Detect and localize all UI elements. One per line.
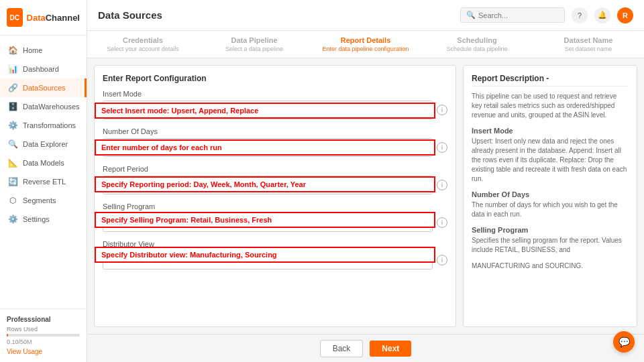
report-period-info-icon[interactable]: i: [437, 180, 447, 190]
top-bar-right: 🔍 ? 🔔 R: [460, 7, 633, 23]
right-panel: Report Description - This pipeline can b…: [463, 65, 637, 327]
settings-icon: ⚙️: [8, 215, 17, 224]
distributor-view-desc-text: MANUFACTURING and SOURCING.: [472, 261, 629, 271]
plan-label: Professsional: [7, 316, 80, 323]
selling-program-label: Selling Program: [103, 202, 447, 210]
sidebar-item-datawarehouses[interactable]: 🗄️ DataWarehouses: [0, 97, 87, 116]
back-button[interactable]: Back: [320, 340, 364, 357]
step-pipeline-name: Data Pipeline: [231, 36, 277, 44]
view-usage-link[interactable]: View Usage: [7, 348, 80, 355]
sidebar: DC DataChannel 🏠 Home 📊 Dashboard 🔗 Data…: [0, 0, 87, 362]
dashboard-icon: 📊: [8, 64, 17, 74]
insert-mode-label: Insert Mode: [103, 90, 447, 98]
data-explorer-icon: 🔍: [8, 139, 17, 149]
avatar[interactable]: R: [617, 7, 633, 23]
step-report-details: Report Details Enter data pipeline confi…: [310, 36, 421, 52]
sidebar-item-label: Settings: [23, 215, 50, 223]
help-icon: ?: [578, 11, 582, 19]
sidebar-item-label: Transformations: [23, 121, 76, 129]
annotation-insert-mode: Select Insert mode: Upsert, Append, Repl…: [95, 103, 435, 119]
chat-bubble[interactable]: 💬: [613, 331, 635, 353]
insert-mode-info-icon[interactable]: i: [437, 105, 447, 115]
sidebar-item-data-models[interactable]: 📐 Data Models: [0, 154, 87, 172]
body-area: Enter Report Configuration Insert Mode U…: [87, 58, 644, 334]
help-button[interactable]: ?: [572, 7, 588, 23]
sidebar-item-dashboard[interactable]: 📊 Dashboard: [0, 60, 87, 78]
sidebar-item-label: Home: [23, 46, 42, 54]
sidebar-item-home[interactable]: 🏠 Home: [0, 41, 87, 60]
insert-mode-desc: Insert Mode Upsert: Insert only new data…: [472, 127, 629, 184]
annotation-report-period: Specify Reporting period: Day, Week, Mon…: [95, 176, 435, 192]
report-description-text: This pipeline can be used to request and…: [472, 92, 629, 120]
step-scheduling: Scheduling Schedule data pipeline: [421, 36, 533, 52]
number-days-desc-label: Number Of Days: [472, 190, 629, 198]
left-panel: Enter Report Configuration Insert Mode U…: [94, 65, 456, 327]
annotation-distributor-view: Specify Distributor view: Manufacturing,…: [95, 247, 435, 263]
distributor-view-info-icon[interactable]: i: [437, 255, 447, 265]
sidebar-item-settings[interactable]: ⚙️ Settings: [0, 210, 87, 229]
annotation-selling-program: Specify Selling Program: Retail, Busines…: [95, 212, 435, 228]
sidebar-footer: Professsional Rows Used 0.10/50M View Us…: [0, 308, 87, 362]
sidebar-item-reverse-etl[interactable]: 🔄 Reverse ETL: [0, 172, 87, 191]
search-box: 🔍: [460, 7, 565, 23]
step-dataset-desc: Set dataset name: [565, 46, 612, 52]
sidebar-item-label: DataSources: [23, 84, 66, 92]
step-scheduling-name: Scheduling: [457, 36, 496, 44]
annotation-number-days: Enter number of days for each run: [95, 139, 435, 156]
insert-mode-desc-text: Upsert: Insert only new data and reject …: [472, 137, 629, 184]
logo: DC DataChannel: [0, 0, 87, 36]
datawarehouses-icon: 🗄️: [8, 102, 17, 111]
page-title: Data Sources: [98, 9, 162, 21]
sidebar-item-label: DataWarehouses: [23, 103, 80, 111]
step-report-desc: Enter data pipeline configuration: [322, 46, 409, 52]
step-dataset-name: Dataset Name Set dataset name: [533, 36, 644, 52]
step-scheduling-desc: Schedule data pipeline: [446, 46, 507, 52]
main-content: Data Sources 🔍 ? 🔔 R Credentials Select …: [87, 0, 644, 362]
progress-bar-fill: [7, 334, 8, 337]
sidebar-item-transformations[interactable]: ⚙️ Transformations: [0, 116, 87, 135]
selling-program-info-icon[interactable]: i: [437, 217, 447, 228]
right-panel-title: Report Description -: [472, 74, 629, 86]
step-credentials-name: Credentials: [123, 36, 163, 44]
data-models-icon: 📐: [8, 158, 17, 168]
report-period-label: Report Period: [103, 165, 447, 173]
step-credentials-desc: Select your account details: [107, 46, 179, 52]
form-section-title: Enter Report Configuration: [103, 74, 447, 83]
step-pipeline-desc: Select a data pipeline: [225, 46, 283, 52]
datasources-icon: 🔗: [8, 83, 17, 93]
selling-program-desc: Selling Program Specifies the selling pr…: [472, 226, 629, 255]
rows-count: 0.10/50M: [7, 339, 80, 345]
selling-program-desc-label: Selling Program: [472, 226, 629, 234]
logo-icon: DC: [7, 8, 23, 27]
sidebar-nav: 🏠 Home 📊 Dashboard 🔗 DataSources 🗄️ Data…: [0, 36, 87, 308]
bottom-bar: Back Next: [87, 334, 644, 362]
progress-bar-bg: [7, 334, 80, 337]
home-icon: 🏠: [8, 46, 17, 55]
step-data-pipeline: Data Pipeline Select a data pipeline: [199, 36, 310, 52]
step-dataset-name: Dataset Name: [564, 36, 613, 44]
sidebar-item-label: Reverse ETL: [23, 178, 66, 186]
sidebar-item-label: Data Models: [23, 159, 64, 167]
sidebar-item-segments[interactable]: ⬡ Segments: [0, 191, 87, 210]
report-description: This pipeline can be used to request and…: [472, 92, 629, 120]
bell-icon: 🔔: [598, 11, 607, 19]
step-report-name: Report Details: [341, 36, 391, 44]
next-button[interactable]: Next: [370, 341, 411, 357]
segments-icon: ⬡: [8, 196, 17, 205]
transformations-icon: ⚙️: [8, 121, 17, 130]
sidebar-item-label: Data Explorer: [23, 140, 68, 148]
sidebar-item-datasources[interactable]: 🔗 DataSources: [0, 78, 87, 97]
number-of-days-label: Number Of Days: [103, 127, 447, 135]
step-credentials: Credentials Select your account details: [87, 36, 199, 52]
logo-text: DataChannel: [27, 13, 80, 23]
bell-button[interactable]: 🔔: [594, 7, 610, 23]
sidebar-item-label: Dashboard: [23, 65, 59, 73]
rows-label: Rows Used: [7, 326, 80, 333]
number-days-desc: Number Of Days The number of days for wh…: [472, 190, 629, 219]
number-of-days-info-icon[interactable]: i: [437, 142, 447, 153]
search-input[interactable]: [478, 11, 559, 19]
sidebar-item-label: Segments: [23, 196, 56, 204]
search-icon: 🔍: [466, 11, 476, 19]
steps-bar: Credentials Select your account details …: [87, 31, 644, 58]
sidebar-item-data-explorer[interactable]: 🔍 Data Explorer: [0, 135, 87, 154]
